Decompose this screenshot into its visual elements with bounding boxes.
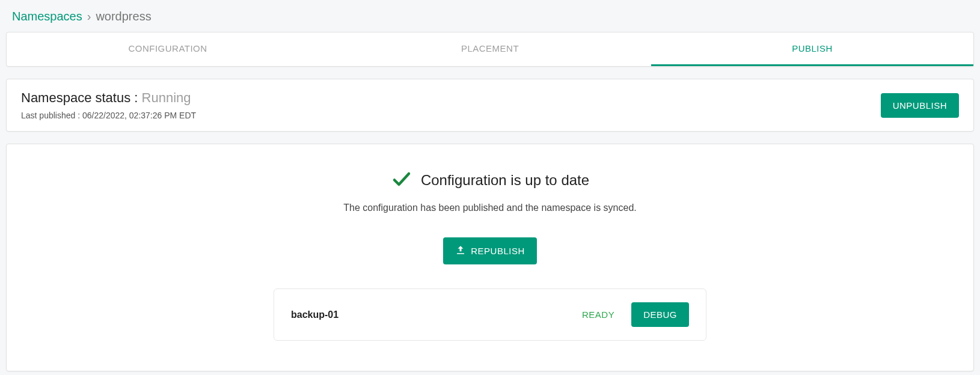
unpublish-button-label: UNPUBLISH (893, 100, 947, 111)
last-published: Last published : 06/22/2022, 02:37:26 PM… (21, 111, 196, 120)
upload-icon (455, 245, 466, 257)
check-icon (391, 168, 412, 192)
namespace-status-value: Running (142, 90, 191, 105)
republish-button[interactable]: REPUBLISH (443, 237, 537, 264)
last-published-value: 06/22/2022, 02:37:26 PM EDT (82, 111, 196, 120)
backup-row: backup-01 READY DEBUG (274, 288, 706, 341)
status-left: Namespace status : Running Last publishe… (21, 90, 196, 120)
backup-name: backup-01 (291, 309, 582, 320)
config-description: The configuration has been published and… (21, 203, 959, 213)
status-card: Namespace status : Running Last publishe… (6, 79, 974, 132)
config-title-row: Configuration is up to date (21, 168, 959, 192)
debug-button[interactable]: DEBUG (631, 302, 689, 327)
tab-placement[interactable]: PLACEMENT (329, 32, 651, 66)
tabs: CONFIGURATION PLACEMENT PUBLISH (7, 32, 973, 66)
config-card: Configuration is up to date The configur… (6, 144, 974, 371)
tabs-card: CONFIGURATION PLACEMENT PUBLISH (6, 32, 974, 67)
republish-button-label: REPUBLISH (471, 246, 525, 256)
namespace-status-heading: Namespace status : Running (21, 90, 196, 106)
breadcrumb: Namespaces › wordpress (6, 6, 974, 32)
breadcrumb-separator: › (87, 10, 91, 23)
namespace-status-label: Namespace status : (21, 90, 142, 105)
unpublish-button[interactable]: UNPUBLISH (881, 93, 959, 118)
tab-publish[interactable]: PUBLISH (651, 32, 973, 66)
backup-list: backup-01 READY DEBUG (274, 288, 706, 341)
breadcrumb-root-link[interactable]: Namespaces (12, 10, 82, 23)
backup-status: READY (582, 309, 614, 320)
breadcrumb-current: wordpress (96, 10, 151, 23)
tab-configuration[interactable]: CONFIGURATION (7, 32, 329, 66)
config-title: Configuration is up to date (421, 172, 589, 189)
debug-button-label: DEBUG (643, 309, 677, 320)
last-published-label: Last published : (21, 111, 82, 120)
